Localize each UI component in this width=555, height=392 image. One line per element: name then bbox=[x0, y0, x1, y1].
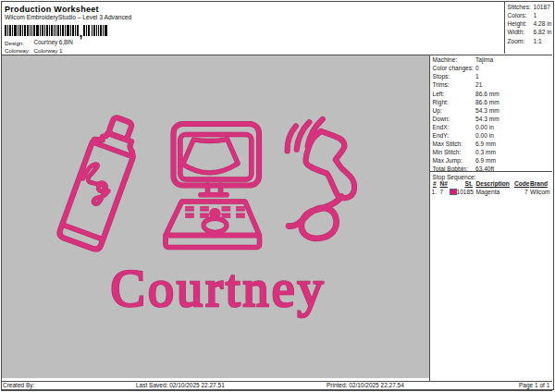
svg-text:Courtney: Courtney bbox=[111, 260, 327, 317]
